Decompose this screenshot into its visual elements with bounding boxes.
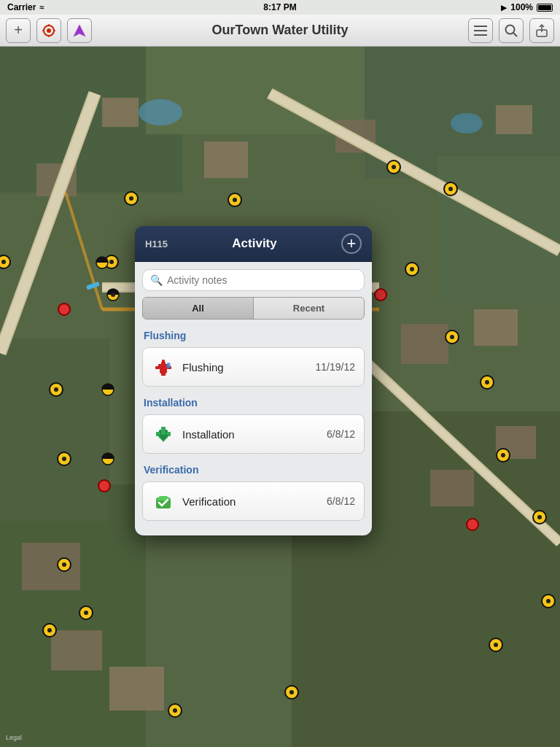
battery-icon <box>537 4 553 12</box>
section-installation-header: Installation <box>142 394 365 411</box>
installation-item[interactable]: Installation 6/8/12 <box>142 414 365 454</box>
target-icon <box>42 24 55 37</box>
verification-item[interactable]: Verification 6/8/12 <box>142 481 365 521</box>
svg-rect-101 <box>155 366 160 369</box>
svg-point-61 <box>58 303 70 315</box>
tab-recent[interactable]: Recent <box>254 298 364 319</box>
svg-point-56 <box>109 260 114 264</box>
direction-button[interactable] <box>67 18 92 43</box>
svg-rect-103 <box>161 374 163 376</box>
verification-label: Verification <box>182 495 236 508</box>
flushing-icon <box>152 355 175 379</box>
svg-point-74 <box>47 628 52 632</box>
tab-all[interactable]: All <box>143 298 253 319</box>
svg-rect-104 <box>163 374 166 376</box>
svg-point-60 <box>410 267 414 271</box>
installation-icon <box>152 422 175 446</box>
svg-point-43 <box>139 99 182 125</box>
panel-header: H115 Activity + <box>135 226 372 262</box>
svg-rect-29 <box>430 470 474 506</box>
flushing-label: Flushing <box>182 361 224 374</box>
flushing-item[interactable]: Flushing 11/19/12 <box>142 347 365 387</box>
svg-rect-9 <box>474 34 487 36</box>
nav-left: + <box>6 18 92 43</box>
flushing-item-left: Flushing <box>152 355 224 379</box>
svg-rect-32 <box>109 667 164 711</box>
wifi-icon: ≈ <box>39 3 44 12</box>
svg-rect-30 <box>22 543 80 590</box>
svg-rect-8 <box>474 30 487 31</box>
share-icon <box>535 24 548 37</box>
svg-rect-7 <box>474 26 487 27</box>
svg-point-1 <box>47 28 51 33</box>
svg-rect-19 <box>0 338 109 521</box>
svg-point-88 <box>289 690 294 694</box>
svg-point-82 <box>537 515 542 519</box>
list-view-button[interactable] <box>468 18 493 43</box>
svg-point-44 <box>451 113 483 133</box>
svg-point-48 <box>233 198 237 202</box>
svg-point-68 <box>62 457 66 461</box>
activity-panel: H115 Activity + 🔍 All Recent Flushing <box>135 226 372 535</box>
svg-point-66 <box>54 387 58 392</box>
verification-item-left: Verification <box>152 489 236 513</box>
svg-rect-111 <box>161 427 166 436</box>
location-status-icon: ▶ <box>501 4 507 12</box>
svg-point-78 <box>485 380 489 384</box>
locate-button[interactable] <box>36 18 61 43</box>
installation-item-left: Installation <box>152 422 235 446</box>
activity-notes-input[interactable] <box>167 274 357 286</box>
svg-rect-100 <box>162 360 165 363</box>
panel-id: H115 <box>145 239 168 249</box>
svg-point-86 <box>494 643 498 647</box>
svg-point-93 <box>111 293 115 297</box>
search-icon <box>505 24 518 37</box>
svg-rect-25 <box>102 98 139 127</box>
navigation-icon <box>73 24 86 37</box>
svg-point-63 <box>467 519 478 530</box>
legal-text: Legal <box>6 734 22 741</box>
svg-point-50 <box>392 165 396 169</box>
nav-bar: + OurTown Water Utility <box>0 15 560 47</box>
status-left: Carrier ≈ <box>7 2 44 12</box>
flushing-date: 11/19/12 <box>316 361 356 373</box>
panel-add-button[interactable]: + <box>341 233 362 254</box>
svg-point-90 <box>173 708 177 713</box>
installation-date: 6/8/12 <box>327 428 355 440</box>
section-verification-header: Verification <box>142 461 365 479</box>
svg-point-62 <box>98 480 110 492</box>
svg-rect-26 <box>401 324 448 364</box>
share-button[interactable] <box>529 18 554 43</box>
svg-line-11 <box>513 33 517 36</box>
svg-point-46 <box>129 196 133 201</box>
search-button[interactable] <box>499 18 524 43</box>
status-right: ▶ 100% <box>501 2 553 12</box>
svg-rect-23 <box>496 105 532 134</box>
add-button[interactable]: + <box>6 18 31 43</box>
search-bar[interactable]: 🔍 <box>142 269 365 291</box>
list-icon <box>474 26 487 36</box>
time-label: 8:17 PM <box>263 2 296 12</box>
svg-point-64 <box>375 289 386 301</box>
verification-date: 6/8/12 <box>327 495 355 507</box>
svg-point-84 <box>546 599 551 603</box>
svg-point-10 <box>506 25 515 34</box>
battery-label: 100% <box>510 2 533 12</box>
svg-point-54 <box>1 260 6 264</box>
nav-right <box>468 18 554 43</box>
carrier-label: Carrier <box>7 2 36 12</box>
panel-title: Activity <box>232 236 276 251</box>
status-bar: Carrier ≈ 8:17 PM ▶ 100% <box>0 0 560 15</box>
svg-rect-31 <box>51 630 102 670</box>
svg-rect-17 <box>438 156 560 302</box>
section-flushing-header: Flushing <box>142 327 365 344</box>
svg-rect-27 <box>474 309 518 346</box>
installation-label: Installation <box>182 428 235 441</box>
svg-point-105 <box>166 363 171 368</box>
svg-point-70 <box>62 562 66 567</box>
panel-body: 🔍 All Recent Flushing <box>135 262 372 535</box>
search-icon: 🔍 <box>150 274 163 286</box>
svg-rect-21 <box>204 142 248 178</box>
svg-point-72 <box>84 611 88 615</box>
svg-point-76 <box>450 335 454 339</box>
